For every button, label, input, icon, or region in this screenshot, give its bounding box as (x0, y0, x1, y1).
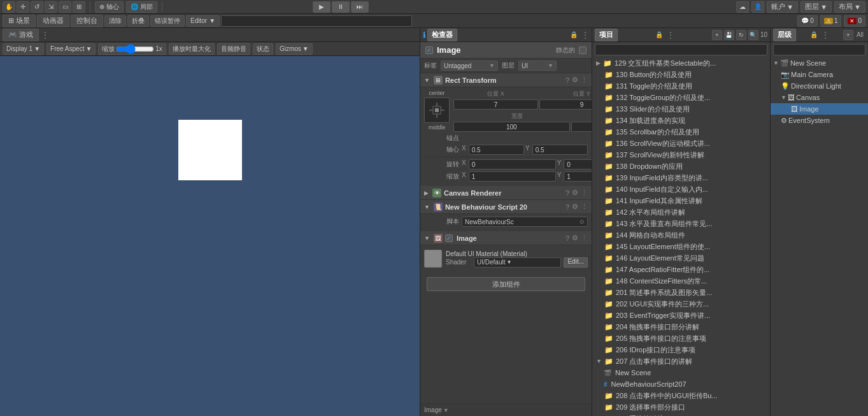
h-item-maincamera[interactable]: 📷 Main Camera (771, 69, 868, 80)
search-input[interactable] (221, 15, 412, 27)
hand-tool[interactable]: ✋ (3, 1, 15, 13)
nbs-help-icon[interactable]: ? (566, 203, 569, 211)
project-item-208[interactable]: 📁 208 点击事件中的UGUI拒传Bu... (592, 390, 770, 401)
project-tab[interactable]: 项目 (595, 29, 618, 41)
img-active-cb[interactable]: ✓ (445, 234, 453, 242)
maximize-btn[interactable]: 播放时最大化 (169, 43, 215, 55)
project-item-145[interactable]: 📁 145 LayoutElement组件的使... (592, 241, 770, 252)
shader-value[interactable]: UI/Default ▼ (474, 257, 561, 268)
project-item-133[interactable]: 📁 133 Slider的介绍及使用 (592, 103, 770, 115)
account-icon[interactable]: 👤 (751, 1, 764, 13)
project-item-202[interactable]: 📁 202 UGUI实现事件的三种方... (592, 298, 770, 310)
tag-select[interactable]: Untagged ▼ (441, 61, 498, 71)
project-item-203[interactable]: 📁 203 EventTrigger实现事件讲... (592, 310, 770, 321)
stats-btn[interactable]: 状态 (253, 43, 273, 55)
canvas-renderer-header[interactable]: ▶ 👁 Canvas Renderer ? ⚙ ⋮ (420, 186, 592, 200)
cr-settings-icon[interactable]: ⚙ (572, 189, 578, 197)
project-item-130[interactable]: 📁 130 Button的介绍及使用 (592, 69, 770, 80)
rot-x-input[interactable] (469, 159, 556, 169)
account-dropdown[interactable]: 账户 ▼ (767, 1, 798, 13)
rot-y-input[interactable] (564, 159, 592, 169)
project-save-icon[interactable]: 💾 (724, 30, 734, 40)
project-item-129[interactable]: ▶ 📁 129 交互组件基类Selectable的... (592, 57, 770, 69)
layout-dropdown[interactable]: 布局 ▼ (834, 1, 865, 13)
h-item-image[interactable]: 🖼 Image (771, 103, 868, 115)
hierarchy-add-icon[interactable]: + (843, 30, 853, 40)
clear-btn[interactable]: 清除 (104, 15, 126, 27)
static-checkbox[interactable] (579, 47, 587, 54)
project-refresh-icon[interactable]: ↻ (736, 30, 746, 40)
collapse-btn[interactable]: 折叠 (127, 15, 149, 27)
project-item-139[interactable]: 📁 139 InputField内容类型的讲... (592, 172, 770, 183)
aspect-select[interactable]: Free Aspect ▼ (46, 43, 96, 55)
move-tool[interactable]: ✛ (17, 1, 29, 13)
project-item-147[interactable]: 📁 147 AspectRatioFitter组件的... (592, 264, 770, 275)
project-item-131[interactable]: 📁 131 Toggle的介绍及使用 (592, 80, 770, 92)
transform-tool[interactable]: ⊞ (73, 1, 85, 13)
pivot-x-input[interactable] (469, 145, 524, 155)
hierarchy-lock-icon[interactable]: 🔒 (810, 31, 818, 38)
h-item-dirlight[interactable]: 💡 Directional Light (771, 80, 868, 92)
collab-icon[interactable]: ☁ (736, 1, 749, 13)
project-search-icon2[interactable]: 🔍 (748, 30, 758, 40)
rt-more-icon[interactable]: ⋮ (581, 76, 588, 84)
project-item-136[interactable]: 📁 136 ScrollView的运动模式讲... (592, 138, 770, 149)
project-item-134[interactable]: 📁 134 加载进度条的实现 (592, 115, 770, 126)
add-component-button[interactable]: 添加组件 (427, 277, 585, 291)
game-tab[interactable]: 🎮 游戏 (3, 29, 39, 41)
mute-btn[interactable]: 音频静音 (217, 43, 250, 55)
h-item-eventsystem[interactable]: ⚙ EventSystem (771, 115, 868, 126)
project-item-144[interactable]: 📁 144 网格自动布局组件 (592, 229, 770, 241)
console-tab[interactable]: 控制台 (71, 15, 103, 27)
hierarchy-tab[interactable]: 层级 (773, 29, 796, 41)
pivot-btn[interactable]: ⊕ 轴心 (95, 1, 124, 13)
project-item-nbs207[interactable]: # NewBehaviourScript207 (592, 378, 770, 390)
gizmos-btn[interactable]: Gizmos ▼ (276, 43, 313, 55)
pause-button[interactable]: ⏸ (332, 1, 350, 13)
step-button[interactable]: ⏭ (351, 1, 369, 13)
scale-slider[interactable] (116, 47, 154, 52)
nbs-settings-icon[interactable]: ⚙ (572, 203, 578, 211)
project-item-206[interactable]: 📁 206 IDrop接口的注意事项 (592, 344, 770, 355)
project-item-143[interactable]: 📁 143 水平及垂直布局组件常见... (592, 218, 770, 229)
rect-tool[interactable]: ▭ (59, 1, 71, 13)
scale-control[interactable]: 缩放 1x (98, 43, 166, 55)
inspector-tab[interactable]: 检查器 (427, 29, 457, 41)
warn-status[interactable]: ⚠ 1 (820, 15, 842, 27)
animator-tab[interactable]: 动画器 (37, 15, 69, 27)
project-item-newscene[interactable]: 🎬 New Scene (592, 367, 770, 378)
scene-tab[interactable]: ⊞ 场景 (3, 15, 36, 27)
all-filter[interactable]: All (855, 31, 865, 38)
project-item-132[interactable]: 📁 132 ToggleGroup的介绍及使... (592, 92, 770, 103)
img-settings-icon[interactable]: ⚙ (572, 234, 578, 242)
object-active-checkbox[interactable]: ✓ (425, 47, 433, 54)
scale-tool[interactable]: ⇲ (45, 1, 57, 13)
msg-status[interactable]: 💬 0 (797, 15, 818, 27)
height-input[interactable] (571, 122, 592, 132)
nbs-more-icon[interactable]: ⋮ (581, 203, 588, 211)
project-item-205[interactable]: 📁 205 拖拽事件接口的注意事项 (592, 333, 770, 344)
project-item-142[interactable]: 📁 142 水平布局组件讲解 (592, 206, 770, 218)
layer-select[interactable]: UI ▼ (518, 61, 557, 71)
layers-dropdown[interactable]: 图层 ▼ (800, 1, 832, 13)
project-search-input[interactable] (595, 44, 767, 55)
display-select[interactable]: Display 1 ▼ (3, 43, 44, 55)
rotate-tool[interactable]: ↺ (31, 1, 43, 13)
game-more-icon[interactable]: ⋮ (41, 31, 49, 39)
project-add-icon[interactable]: + (712, 30, 722, 40)
project-item-209[interactable]: 📁 209 选择事件部分接口 (592, 401, 770, 413)
project-item-148[interactable]: 📁 148 ContentSizeFitters的常... (592, 275, 770, 287)
rt-settings-icon[interactable]: ⚙ (572, 76, 578, 84)
pos-y-input[interactable] (539, 99, 592, 110)
project-item-141[interactable]: 📁 141 InputField其余属性讲解 (592, 195, 770, 206)
img-help-icon[interactable]: ? (566, 234, 569, 242)
hierarchy-search-input[interactable] (773, 44, 865, 55)
project-item-201[interactable]: 📁 201 简述事件系统及图形矢量... (592, 287, 770, 298)
project-item-207[interactable]: ▼ 📁 207 点击事件接口的讲解 (592, 355, 770, 367)
h-item-canvas[interactable]: ▼ 🖼 Canvas (771, 92, 868, 103)
inspector-more-icon[interactable]: ⋮ (581, 31, 589, 39)
pivot-y-input[interactable] (532, 145, 588, 155)
cr-help-icon[interactable]: ? (566, 189, 569, 197)
rt-help-icon[interactable]: ? (566, 76, 569, 84)
project-item-146[interactable]: 📁 146 LayoutElement常见问题 (592, 252, 770, 264)
